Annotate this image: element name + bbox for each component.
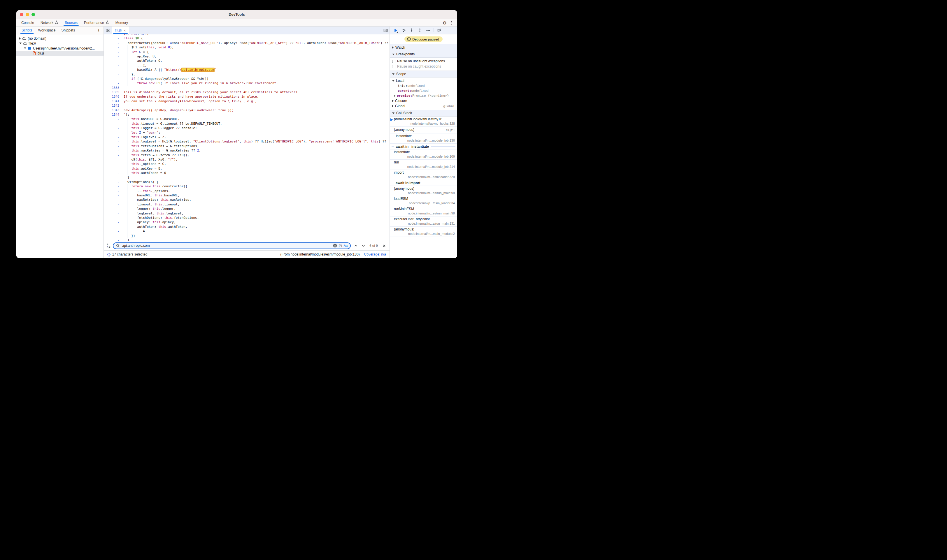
code-editor[interactable]: -var Xs0, $F1;-class $8 {-constructor({b… (104, 34, 390, 241)
step-out-icon[interactable] (416, 28, 423, 33)
tab-memory[interactable]: Memory (112, 19, 131, 26)
more-options-icon[interactable]: ⋮ (450, 20, 453, 25)
line-number[interactable]: - (104, 234, 123, 238)
call-stack-frame[interactable]: (anonymous)node:internal/m...main_module… (390, 227, 457, 237)
source-link[interactable]: node:internal/modules/esm/module_job:130 (291, 252, 359, 256)
line-number[interactable]: 1341 (104, 99, 123, 103)
line-number[interactable]: - (104, 153, 123, 157)
line-number[interactable]: - (104, 122, 123, 126)
scope-group-local[interactable]: Local (390, 78, 457, 83)
call-stack-frame[interactable]: instantiatenode:internal/m...module_job:… (390, 149, 457, 160)
call-stack-frame[interactable]: (anonymous)node:internal/m...es/run_main… (390, 186, 457, 196)
line-number[interactable]: - (104, 229, 123, 233)
line-number[interactable]: - (104, 238, 123, 241)
line-number[interactable]: 1340 (104, 94, 123, 99)
line-number[interactable]: - (104, 202, 123, 206)
line-number[interactable]: - (104, 175, 123, 180)
line-number[interactable]: - (104, 54, 123, 58)
zoom-window-button[interactable] (31, 13, 35, 16)
next-match-icon[interactable] (361, 244, 366, 248)
tab-network[interactable]: Network (37, 19, 62, 26)
line-number[interactable]: - (104, 72, 123, 77)
line-number[interactable]: - (104, 193, 123, 197)
line-number[interactable]: - (104, 157, 123, 162)
deactivate-breakpoints-icon[interactable] (436, 28, 443, 33)
line-number[interactable]: - (104, 131, 123, 135)
line-number[interactable]: - (104, 144, 123, 148)
line-number[interactable]: - (104, 126, 123, 130)
line-number[interactable]: - (104, 36, 123, 40)
replace-toggle-icon[interactable]: A↳B (107, 243, 111, 248)
scope-property-promise[interactable]: promise: Promise {<pending>} (390, 93, 457, 98)
scope-property-parent[interactable]: parent: undefined (390, 88, 457, 93)
line-number[interactable]: - (104, 171, 123, 175)
scope-group-global[interactable]: Globalglobal (390, 103, 457, 109)
line-number[interactable]: 1343 (104, 108, 123, 112)
line-number[interactable]: - (104, 189, 123, 193)
line-number[interactable]: - (104, 180, 123, 184)
regex-toggle[interactable]: (*) (339, 244, 342, 248)
line-number[interactable]: - (104, 166, 123, 171)
coverage-link[interactable]: Coverage: n/a (364, 252, 386, 256)
pretty-print-icon[interactable]: { } (107, 252, 110, 256)
match-case-toggle[interactable]: Aa (344, 244, 347, 248)
chevron-down-icon[interactable] (24, 48, 26, 49)
tree-item-cli-js[interactable]: cli.js (16, 51, 103, 55)
navigator-more-icon[interactable]: ⋮ (97, 28, 100, 32)
line-number[interactable]: - (104, 68, 123, 72)
call-stack-frame[interactable]: loadESMnode:internal/p.../esm_loader:34 (390, 196, 457, 206)
settings-gear-icon[interactable]: ⚙ (443, 21, 447, 25)
navigator-tab-workspace[interactable]: Workspace (35, 26, 59, 34)
toggle-sidebar-icon[interactable] (381, 26, 390, 34)
section-scope[interactable]: Scope (390, 71, 457, 77)
line-number[interactable]: - (104, 63, 123, 68)
line-number[interactable]: 1342 (104, 103, 123, 108)
step-into-icon[interactable] (409, 28, 415, 33)
call-stack-frame[interactable]: runMainESMnode:internal/m...es/run_main:… (390, 206, 457, 217)
line-number[interactable]: - (104, 162, 123, 166)
tree-item-file-[interactable]: file:// (16, 41, 103, 46)
line-number[interactable]: - (104, 215, 123, 220)
line-number[interactable]: 1339 (104, 90, 123, 94)
section-call-stack[interactable]: Call Stack (390, 110, 457, 117)
line-number[interactable]: 1344 (104, 112, 123, 117)
navigator-tab-scripts[interactable]: Scripts (19, 26, 35, 34)
line-number[interactable]: - (104, 45, 123, 49)
tree-item--no-domain-[interactable]: (no domain) (16, 36, 103, 41)
search-input-container[interactable]: (*) Aa (113, 242, 351, 249)
call-stack-frame[interactable]: importnode:internal/m...esm/loader:329 (390, 170, 457, 180)
line-number[interactable]: - (104, 211, 123, 215)
line-number[interactable]: - (104, 81, 123, 85)
section-breakpoints[interactable]: Breakpoints (390, 51, 457, 58)
line-number[interactable]: - (104, 135, 123, 139)
scope-group-closure[interactable]: Closure (390, 98, 457, 103)
tab-sources[interactable]: Sources (62, 19, 81, 26)
call-stack-frame[interactable]: promiseInitHookWithDestroyTr...node:inte… (390, 117, 457, 127)
tree-item-users-jinhuilee-nvm-versions-node-v2-[interactable]: Users/jinhuilee/.nvm/versions/node/v2... (16, 46, 103, 51)
chevron-right-icon[interactable] (19, 37, 21, 40)
call-stack-frame[interactable]: (anonymous)cli.js:1 (390, 127, 457, 134)
clear-search-icon[interactable] (333, 243, 337, 248)
tab-performance[interactable]: Performance (81, 19, 112, 26)
minimize-window-button[interactable] (26, 13, 29, 16)
previous-match-icon[interactable] (353, 244, 358, 248)
line-number[interactable]: 1338 (104, 86, 123, 90)
search-input[interactable] (122, 243, 331, 248)
line-number[interactable]: - (104, 58, 123, 63)
breakpoint-option[interactable]: Pause on caught exceptions (390, 64, 457, 69)
line-number[interactable]: - (104, 77, 123, 81)
step-over-icon[interactable] (400, 28, 407, 33)
step-icon[interactable] (425, 28, 431, 33)
navigator-tab-snippets[interactable]: Snippets (59, 26, 78, 34)
toggle-navigator-icon[interactable] (104, 26, 112, 34)
line-number[interactable]: - (104, 197, 123, 202)
call-stack-frame[interactable]: runnode:internal/m...module_job:214 (390, 160, 457, 170)
close-search-icon[interactable] (381, 244, 387, 248)
scope-property-this[interactable]: this: undefined (390, 83, 457, 88)
line-number[interactable]: - (104, 206, 123, 211)
line-number[interactable]: - (104, 225, 123, 229)
line-number[interactable]: - (104, 139, 123, 144)
line-number[interactable]: - (104, 184, 123, 189)
line-number[interactable]: - (104, 148, 123, 153)
close-window-button[interactable] (20, 13, 23, 16)
